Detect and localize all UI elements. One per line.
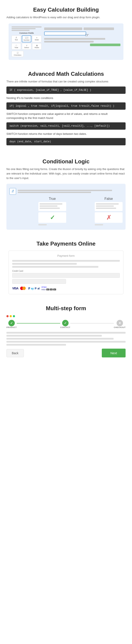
field-label: Select [24, 46, 29, 48]
visa-logo: VISA [12, 286, 18, 290]
preview-skel [44, 41, 94, 42]
field-item-number: 123 Number [22, 36, 31, 42]
check-icon: ✓ [50, 214, 55, 221]
section-logic: Conditional Logic No one likes filling o… [0, 152, 132, 234]
back-button[interactable]: Back [6, 349, 24, 357]
cursor-area: ☞ [44, 31, 121, 37]
paypal-pal: P [35, 287, 37, 290]
mastercard-logo [20, 286, 26, 290]
stripe-card-3: ■ [53, 288, 56, 290]
skel [95, 224, 103, 226]
x-icon: ✗ [106, 214, 111, 221]
dot-green [13, 315, 15, 317]
section-math: Advanced Math Calculations There are inf… [0, 64, 132, 152]
next-button[interactable]: Next [102, 348, 126, 358]
preview-skel [84, 28, 114, 30]
dot-red [6, 315, 8, 317]
calc-skeleton [11, 26, 42, 31]
step-checkout: ✕ CHECKOUT [114, 320, 126, 328]
field-item-checkbox: ☑ Checkbox [11, 51, 23, 57]
stripe-logo: stripe VISA ■ ■ ■ [41, 286, 56, 291]
section3-desc: No one likes filling out long forms. Cre… [6, 167, 126, 180]
step-product-label: PRODUCT [6, 326, 17, 328]
field-item-select: ∨ Select [22, 43, 31, 50]
skel [40, 206, 57, 207]
skel [96, 203, 119, 204]
preview-green-row [44, 44, 121, 46]
if-row: if [9, 188, 123, 195]
false-result: ✗ [95, 212, 123, 223]
true-footer [38, 224, 66, 226]
stripe-visa: VISA [41, 288, 46, 291]
preview-skel [44, 38, 105, 40]
payment-demo: Payment form Credit Card VISA 𝐏 ay P al … [8, 250, 124, 294]
text-icon: A [12, 36, 20, 39]
skel [40, 203, 62, 204]
math-note-3: SWITCH function returns the number of da… [6, 132, 126, 136]
formula-block-3: switch (expression, val1,result1, [val2,… [6, 122, 126, 130]
multistep-buttons: Back Next [6, 348, 126, 358]
step-contact-label: CONTACT [60, 326, 70, 328]
skel [40, 208, 60, 209]
if-condition-skel [18, 190, 123, 193]
formula-block-2: if( logical , true result, if(logical1, … [6, 102, 126, 110]
section5-title: Multi-step form [6, 305, 126, 312]
skel [96, 208, 116, 209]
stripe-card-1: ■ [46, 288, 49, 290]
skel [18, 192, 91, 193]
logic-demo: if True ✓ [6, 184, 126, 230]
calc-fields-panel: Common Fields A Text 123 Number ≡ Slider… [11, 26, 42, 57]
slider-icon: ≡ [33, 36, 41, 39]
step-connector-2 [70, 323, 114, 324]
skel [38, 224, 47, 226]
field-item-slider: ≡ Slider [32, 36, 42, 42]
form-skel [6, 344, 66, 346]
mc-yellow-circle [22, 286, 26, 290]
preview-items [44, 37, 121, 46]
number-icon: 123 [23, 37, 30, 39]
field-grid: A Text 123 Number ≡ Slider □ Total ∨ S [11, 36, 42, 50]
section1-desc: Adding calculators to WordPress is easy … [6, 15, 126, 20]
field-item-total: □ Total [11, 43, 21, 50]
traffic-dots [6, 315, 126, 317]
field-label: Radio [35, 46, 39, 48]
step-product: ✓ PRODUCT [6, 320, 17, 328]
payment-logos: VISA 𝐏 ay P al stripe VISA ■ ■ ■ [12, 286, 120, 291]
false-label: False [104, 197, 113, 201]
fields-label: Common Fields [11, 32, 42, 34]
cc-input-small [12, 279, 66, 284]
section2-title: Advanced Math Calculations [6, 71, 126, 77]
paypal-logo: 𝐏 ay P al [28, 286, 40, 290]
if-label: if [9, 188, 16, 195]
skel [18, 190, 112, 191]
stripe-card-2: ■ [50, 288, 53, 290]
preview-green-btn [90, 44, 121, 46]
field-label: Number [23, 39, 30, 41]
radio-icon: ◉ [33, 44, 41, 46]
formula-block-4: days (end_date, start_date) [6, 138, 126, 145]
step-product-circle: ✓ [8, 320, 15, 326]
section1-title: Easy Calculator Building [6, 6, 126, 13]
skel-line [11, 28, 36, 29]
field-item-radio: ◉ Radio [32, 43, 42, 50]
dot-yellow [10, 315, 12, 317]
true-branch: True ✓ [38, 197, 66, 226]
skel-line [11, 30, 30, 31]
true-result: ✓ [38, 212, 66, 223]
branch-lines: True ✓ False [9, 197, 123, 226]
section2-desc: There are infinite number of formulas th… [6, 80, 126, 84]
math-note-1: Nesting IFs to handle more conditions [6, 96, 126, 100]
payment-skel [12, 266, 98, 268]
step-contact-circle: ✓ [62, 320, 69, 326]
calculator-demo: Common Fields A Text 123 Number ≡ Slider… [8, 24, 124, 60]
true-label: True [49, 197, 56, 201]
form-skel [6, 335, 102, 336]
steps-indicator: ✓ PRODUCT ✓ CONTACT ✕ CHECKOUT [6, 320, 126, 328]
math-note-2: SWITCH function compares one value again… [6, 112, 126, 120]
calc-preview-panel: ☞ [44, 26, 121, 57]
section-payments: Take Payments Online Payment form Credit… [0, 234, 132, 298]
cursor-hand-icon: ☞ [85, 32, 89, 38]
payment-skel [12, 263, 77, 265]
paypal-text: ay [31, 287, 34, 290]
payment-skel [12, 260, 120, 262]
